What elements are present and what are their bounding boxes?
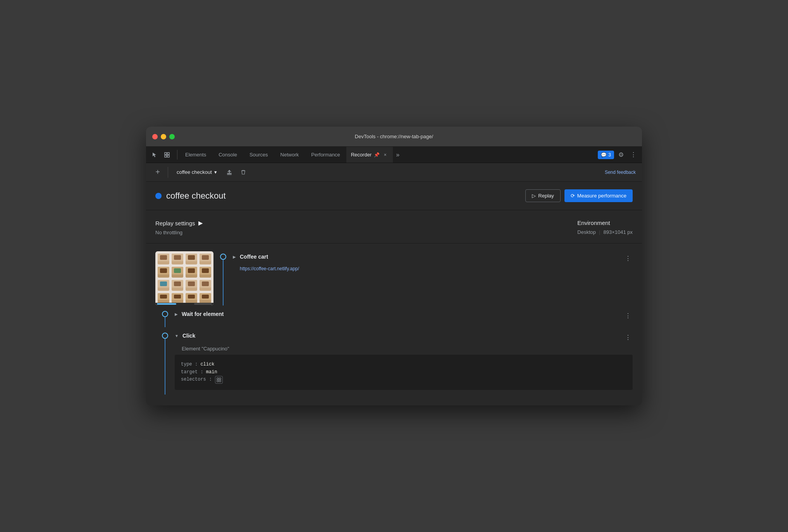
replay-play-icon: ▷ (532, 193, 536, 199)
inspect-icon[interactable] (162, 149, 172, 160)
tab-icon-group (146, 147, 175, 163)
measure-performance-button[interactable]: ⟳ Measure performance (564, 189, 633, 202)
recording-title-group: coffee checkout (155, 191, 226, 201)
tabs-list: Elements Console Sources Network Perform… (179, 147, 595, 163)
svg-rect-31 (202, 268, 209, 273)
svg-rect-58 (194, 303, 212, 305)
step-click-header: ▼ Click ⋮ (175, 330, 633, 344)
svg-rect-28 (188, 268, 195, 273)
recorder-label: Recorder (351, 152, 372, 158)
replay-settings-section: Replay settings ▶ No throttling Environm… (146, 210, 642, 244)
maximize-button[interactable] (169, 134, 175, 139)
tab-console[interactable]: Console (212, 147, 243, 163)
measure-icon: ⟳ (571, 193, 575, 199)
tab-performance[interactable]: Performance (305, 147, 346, 163)
svg-rect-62 (219, 380, 221, 382)
environment-detail: Desktop | 893×1041 px (577, 229, 633, 235)
replay-settings-toggle[interactable]: Replay settings ▶ (155, 220, 203, 227)
code-line-target: target : main (181, 369, 626, 376)
step-click-expand-icon[interactable]: ▼ (175, 334, 179, 338)
add-recording-button[interactable]: + (152, 167, 163, 178)
gear-icon: ⚙ (618, 151, 624, 158)
step-navigate-header: ▶ Coffee cart ⋮ (233, 251, 633, 265)
tab-network[interactable]: Network (274, 147, 305, 163)
recording-status-dot (155, 193, 162, 199)
step-click-label: Click (182, 333, 195, 339)
svg-rect-46 (160, 295, 167, 299)
dropdown-icon: ▾ (214, 169, 217, 175)
step-navigate-url: https://coffee-cart.netlify.app/ (240, 266, 633, 271)
environment-size: 893×1041 px (603, 229, 633, 235)
svg-rect-16 (188, 255, 195, 260)
step-wait-more-button[interactable]: ⋮ (623, 311, 633, 320)
recording-actions: ▷ Replay ⟳ Measure performance (525, 189, 633, 202)
svg-rect-19 (202, 255, 209, 260)
svg-rect-37 (174, 281, 181, 286)
recording-selector[interactable]: coffee checkout ▾ (173, 168, 221, 177)
export-button[interactable] (224, 167, 235, 178)
replay-button[interactable]: ▷ Replay (525, 189, 560, 202)
step-wait-title-row: ▶ Wait for element (175, 311, 224, 317)
svg-rect-61 (217, 380, 219, 382)
svg-rect-40 (188, 281, 195, 286)
environment-type: Desktop (577, 229, 596, 235)
svg-rect-57 (157, 303, 176, 305)
send-feedback-link[interactable]: Send feedback (605, 170, 636, 175)
delete-button[interactable] (238, 167, 249, 178)
svg-rect-4 (227, 173, 232, 174)
recorder-toolbar: + coffee checkout ▾ Send feedback (146, 163, 642, 182)
more-tabs-button[interactable]: » (393, 147, 403, 163)
step-navigate-label: Coffee cart (240, 254, 268, 260)
selector-picker-icon[interactable] (215, 376, 223, 384)
svg-rect-52 (188, 295, 195, 299)
chat-icon: 💬 (601, 152, 607, 158)
step-navigate-group: ▶ Coffee cart ⋮ https://coffee-cart.netl… (155, 251, 633, 305)
code-key-type: type (181, 362, 192, 367)
settings-button[interactable]: ⚙ (616, 149, 626, 160)
tab-elements[interactable]: Elements (179, 147, 212, 163)
step-wait-header: ▶ Wait for element ⋮ (175, 309, 633, 323)
close-button[interactable] (152, 134, 158, 139)
svg-rect-60 (219, 378, 221, 379)
svg-rect-49 (174, 295, 181, 299)
settings-right: Environment Desktop | 893×1041 px (577, 220, 633, 235)
timeline-line-navigate (223, 260, 224, 305)
step-click-code-block: type : click target : main selectors : (175, 355, 633, 390)
step-click-group: ▼ Click ⋮ Element "Cappucino" type : cli… (155, 330, 633, 394)
timeline-node-navigate (220, 254, 226, 260)
replay-settings-label: Replay settings (155, 220, 195, 227)
svg-rect-3 (167, 155, 169, 157)
step-wait-group: ▶ Wait for element ⋮ (155, 309, 633, 327)
cursor-icon[interactable] (149, 149, 160, 160)
recorder-close-icon[interactable]: × (382, 152, 388, 158)
step-wait-expand-icon[interactable]: ▶ (175, 312, 178, 316)
notification-button[interactable]: 💬 3 (598, 151, 614, 159)
more-options-button[interactable]: ⋮ (628, 149, 639, 160)
minimize-button[interactable] (161, 134, 166, 139)
timeline-line-wait (165, 317, 165, 327)
code-key-target: target (181, 369, 198, 375)
environment-title: Environment (577, 220, 633, 226)
step-wait-label: Wait for element (182, 311, 224, 317)
svg-rect-13 (174, 255, 181, 260)
recording-title: coffee checkout (166, 191, 226, 201)
replay-label: Replay (538, 193, 554, 199)
step-click-title-row: ▼ Click (175, 333, 195, 339)
code-value-target: main (206, 369, 217, 375)
tab-sources[interactable]: Sources (243, 147, 274, 163)
step-click-content: ▼ Click ⋮ Element "Cappucino" type : cli… (175, 330, 633, 394)
export-icon (226, 169, 232, 175)
svg-rect-0 (165, 153, 167, 154)
step-navigate-more-button[interactable]: ⋮ (623, 254, 633, 263)
coffee-preview-svg (155, 251, 213, 305)
step-click-more-button[interactable]: ⋮ (623, 333, 633, 342)
notification-count: 3 (608, 152, 611, 158)
step-navigate-expand-icon[interactable]: ▶ (233, 255, 236, 259)
step-click-timeline (155, 330, 175, 394)
vertical-dots-icon: ⋮ (630, 151, 637, 158)
svg-rect-2 (165, 155, 167, 157)
main-content: coffee checkout ▷ Replay ⟳ Measure perfo… (146, 182, 642, 405)
svg-rect-22 (160, 268, 167, 273)
tab-recorder[interactable]: Recorder 📌 × (346, 147, 393, 163)
throttling-label: No throttling (155, 230, 203, 235)
